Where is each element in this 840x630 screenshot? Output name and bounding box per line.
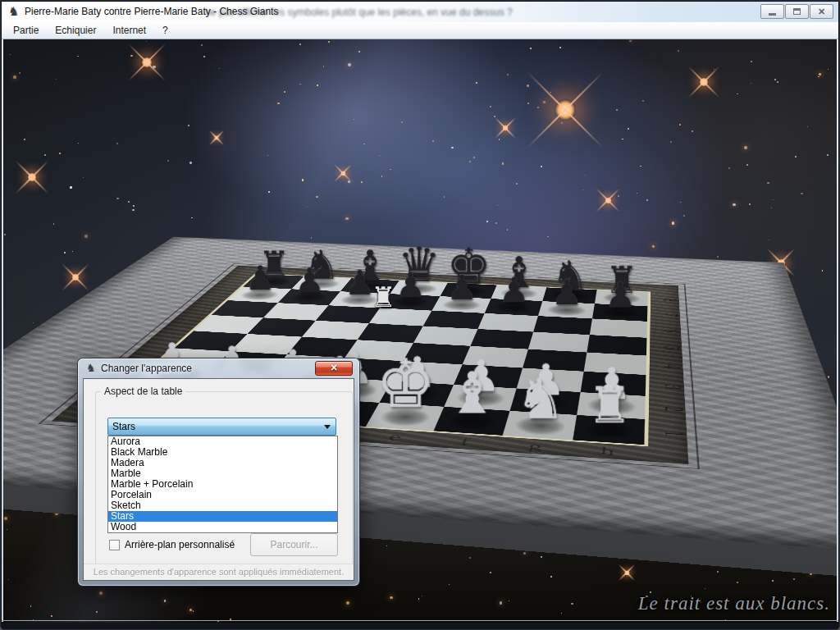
groupbox-label: Aspect de la table [101,386,185,397]
combobox-value: Stars [112,421,135,432]
aspect-options-list: AuroraBlack MarbleMaderaMarbleMarble + P… [107,436,338,533]
close-icon: ✕ [818,7,825,16]
restore-icon [793,8,801,15]
browse-button[interactable]: Parcourir... [250,533,338,556]
dialog-knight-icon: ♞ [86,362,96,374]
option-madera[interactable]: Madera [108,458,337,468]
minimize-button[interactable] [760,4,784,19]
turn-status-text: Le trait est aux blancs. [638,593,830,614]
bishop-icon: ♝ [447,367,499,421]
menu-item-?[interactable]: ? [154,23,176,38]
flare-star [340,171,346,176]
window-frame-left [2,39,3,622]
flare-star [555,99,576,121]
menu-item-echiquier[interactable]: Echiquier [47,23,104,38]
minimize-icon [769,13,776,16]
flare-star [141,57,153,68]
checkbox-label: Arrière-plan personnalisé [125,539,235,550]
cursor-rook-icon: ♜ [371,281,395,313]
dialog-client-area: Aspect de la table Stars AuroraBlack Mar… [83,378,354,581]
option-stars[interactable]: Stars [108,511,337,522]
window-frame-right [837,39,838,622]
white-rook-h1[interactable]: ♜ [573,415,645,445]
window-controls: ✕ [760,4,833,19]
knight-icon: ♞ [515,372,565,426]
app-window: ♞ Pierre-Marie Baty contre Pierre-Marie … [0,0,840,630]
menubar: PartieEchiquierInternet? [2,22,838,39]
dialog-close-button[interactable]: ✕ [315,361,353,376]
chevron-down-icon [324,425,331,429]
change-appearance-dialog: ♞ Changer l'apparence ✕ Aspect de la tab… [78,358,359,586]
dialog-titlebar: ♞ Changer l'apparence ✕ [78,358,359,378]
rook-icon: ♜ [587,382,632,429]
app-knight-icon: ♞ [8,4,19,19]
blurred-tooltip-text: ne pas afficher les symboles plutôt que … [205,7,571,18]
custom-background-checkbox[interactable] [109,540,120,550]
close-button[interactable]: ✕ [810,4,833,19]
dialog-title: Changer l'apparence [101,363,192,374]
flare-star [502,125,509,131]
option-porcelain[interactable]: Porcelain [108,490,337,500]
flare-star [27,172,37,182]
restore-button[interactable] [785,4,809,19]
flare-star [624,570,630,576]
option-wood[interactable]: Wood [108,522,337,532]
menu-item-internet[interactable]: Internet [104,23,154,38]
option-sketch[interactable]: Sketch [108,500,337,511]
flare-star [605,197,612,204]
flare-star [71,273,80,281]
table-aspect-combobox[interactable]: Stars [107,418,336,436]
window-frame-bottom [2,620,838,628]
dialog-status-text: Les changements d'apparence sont appliqu… [84,564,354,580]
flare-star [214,135,219,140]
flare-star [699,77,709,87]
window-titlebar: ♞ Pierre-Marie Baty contre Pierre-Marie … [2,2,838,23]
menu-item-partie[interactable]: Partie [5,23,47,38]
